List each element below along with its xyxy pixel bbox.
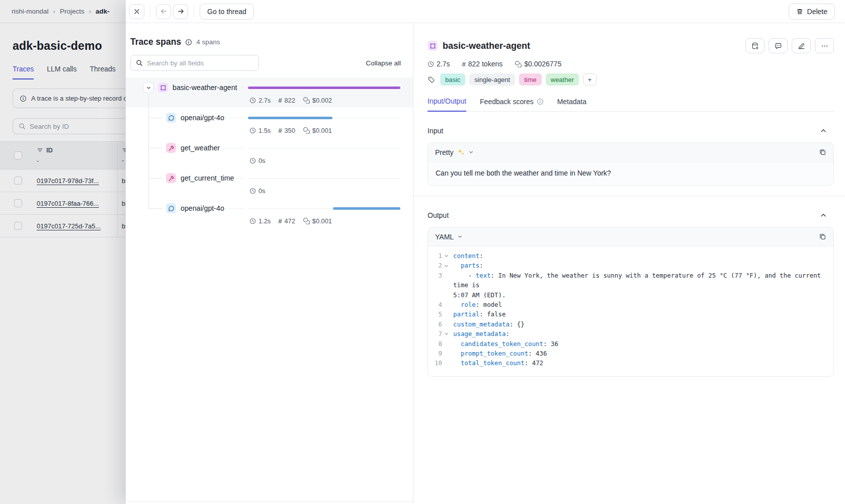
- tool-icon: [166, 173, 176, 183]
- chevron-down-icon[interactable]: [468, 149, 474, 155]
- code-text: partial: false: [453, 309, 828, 319]
- go-to-thread-button[interactable]: Go to thread: [200, 4, 254, 20]
- tag-time[interactable]: time: [519, 73, 542, 86]
- span-row-get-current-time[interactable]: get_current_time0s: [126, 168, 413, 198]
- copy-icon[interactable]: [819, 148, 826, 156]
- format-select[interactable]: Pretty: [435, 148, 454, 156]
- span-row-get-weather[interactable]: get_weather0s: [126, 138, 413, 168]
- code-line: 4 role: model: [431, 300, 828, 309]
- span-name: get_current_time: [181, 174, 234, 182]
- span-row-basic-weather-agent[interactable]: basic-weather-agent2.7s#822$0.002: [126, 77, 413, 108]
- line-number: 7: [431, 329, 442, 339]
- spans-search-field[interactable]: [147, 59, 254, 67]
- tab-label: Metadata: [557, 98, 586, 106]
- fold-toggle-icon[interactable]: [442, 251, 450, 261]
- spans-search-input[interactable]: [130, 55, 259, 71]
- tag-basic[interactable]: basic: [440, 73, 465, 86]
- tab-input-output[interactable]: Input/Output: [428, 97, 466, 112]
- duration-metric: 2.7s: [249, 97, 271, 104]
- delete-button[interactable]: Delete: [789, 4, 835, 20]
- duration-metric: 1.5s: [249, 127, 271, 134]
- line-number: 5: [431, 309, 442, 319]
- code-line: 6custom_metadata: {}: [431, 319, 828, 329]
- info-icon: [537, 98, 544, 105]
- database-plus-icon: [751, 42, 759, 50]
- input-box: Pretty Can you tell me both the weather …: [428, 142, 834, 186]
- span-timeline: [248, 86, 400, 90]
- leader-line: [242, 88, 244, 88]
- fold-toggle-icon[interactable]: [442, 261, 450, 270]
- code-text: candidates_token_count: 36: [453, 339, 828, 349]
- expand-toggle-button[interactable]: [143, 82, 154, 93]
- span-name: openai/gpt-4o: [181, 204, 224, 212]
- hash-icon: #: [462, 60, 465, 68]
- output-box: YAML 1content:2 parts:3 - text: In New Y…: [428, 227, 834, 377]
- copy-icon[interactable]: [819, 233, 826, 240]
- code-text: parts:: [453, 261, 828, 270]
- collapse-section-icon[interactable]: [820, 212, 827, 219]
- collapse-section-icon[interactable]: [820, 127, 827, 134]
- duration-bar: [248, 87, 400, 89]
- code-text: total_token_count: 472: [453, 358, 828, 368]
- tag-weather[interactable]: weather: [546, 73, 579, 86]
- edit-button[interactable]: [792, 38, 811, 53]
- collapse-all-button[interactable]: Collapse all: [366, 59, 401, 67]
- fold-toggle-icon[interactable]: [442, 329, 450, 339]
- tab-feedback-scores[interactable]: Feedback scores: [480, 97, 544, 111]
- line-number: 9: [431, 349, 442, 358]
- trash-icon: [796, 8, 803, 15]
- next-trace-button[interactable]: [173, 4, 188, 19]
- code-text: role: model: [453, 300, 828, 309]
- comment-button[interactable]: [769, 38, 788, 53]
- arrow-left-icon: [160, 8, 167, 15]
- hash-icon: #: [278, 127, 282, 134]
- span-row-openai-gpt-4o[interactable]: openai/gpt-4o1.5s#350$0.001: [126, 108, 413, 138]
- ellipsis-icon: [821, 42, 828, 50]
- code-text: prompt_token_count: 436: [453, 349, 828, 358]
- code-line: 10 total_token_count: 472: [431, 358, 828, 368]
- duration-value: 2.7s: [437, 60, 450, 68]
- clock-icon: [428, 61, 434, 67]
- tokens-value: 822 tokens: [468, 60, 503, 68]
- coins-icon: [515, 60, 522, 67]
- code-line: 8 candidates_token_count: 36: [431, 339, 828, 349]
- clock-icon: [249, 188, 256, 194]
- more-actions-button[interactable]: [815, 38, 834, 53]
- leader-line: [229, 208, 244, 209]
- line-number: 10: [431, 358, 442, 368]
- span-row-openai-gpt-4o[interactable]: openai/gpt-4o1.2s#472$0.001: [126, 198, 413, 228]
- coins-icon: [303, 217, 310, 224]
- arrow-right-icon: [177, 8, 185, 15]
- line-number: 3: [431, 271, 442, 290]
- tool-icon: [166, 143, 176, 153]
- code-line: 2 parts:: [431, 261, 828, 270]
- close-button[interactable]: [129, 4, 144, 19]
- leader-line: [239, 178, 244, 179]
- hash-icon: #: [278, 217, 282, 225]
- tag-single-agent[interactable]: single-agent: [469, 73, 515, 86]
- code-text: 5:07 AM (EDT).: [453, 290, 828, 300]
- tab-metadata[interactable]: Metadata: [557, 97, 586, 111]
- span-count: 4 spans: [196, 38, 220, 46]
- section-divider: [413, 196, 845, 196]
- line-number: 4: [431, 300, 442, 309]
- trace-spans-title: Trace spans: [130, 37, 181, 47]
- span-timeline: [248, 116, 400, 120]
- code-line: 1content:: [431, 251, 828, 261]
- add-to-dataset-button[interactable]: [745, 38, 765, 53]
- clock-icon: [249, 97, 256, 104]
- span-name: get_weather: [181, 144, 220, 152]
- prev-trace-button[interactable]: [156, 4, 171, 19]
- span-name: openai/gpt-4o: [181, 114, 224, 122]
- format-select[interactable]: YAML: [435, 233, 454, 241]
- chevron-down-icon[interactable]: [457, 234, 463, 239]
- add-tag-button[interactable]: +: [583, 73, 597, 86]
- span-timeline: [248, 177, 400, 180]
- span-name: basic-weather-agent: [173, 83, 237, 92]
- span-timeline: [248, 146, 400, 150]
- tokens-metric: #822: [278, 97, 295, 104]
- tag-icon: [428, 76, 435, 83]
- llm-icon: [166, 113, 176, 123]
- code-line: 5partial: false: [431, 309, 828, 319]
- comment-icon: [775, 42, 782, 50]
